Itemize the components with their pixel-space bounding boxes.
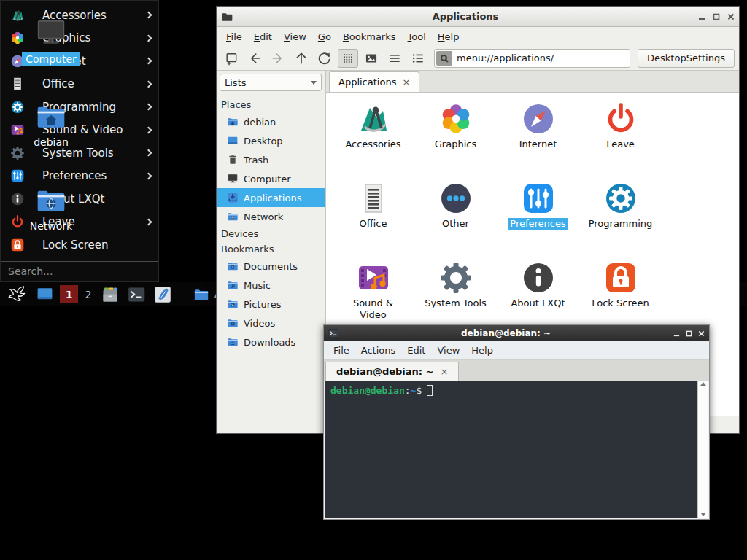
menu-go[interactable]: Go bbox=[313, 29, 336, 44]
quicklaunch-file-manager[interactable] bbox=[98, 282, 122, 306]
home-folder-icon bbox=[34, 101, 68, 133]
path-bar[interactable]: menu://applications/ bbox=[434, 49, 630, 68]
category-programming[interactable]: Programming bbox=[579, 181, 662, 260]
sidebar-item-music[interactable]: Music bbox=[217, 276, 325, 295]
detailed-view-button[interactable] bbox=[408, 49, 428, 68]
desktop-settings-button[interactable]: DesktopSettings bbox=[638, 49, 735, 68]
maximize-button[interactable] bbox=[686, 330, 692, 337]
menu-actions[interactable]: Actions bbox=[356, 343, 401, 358]
fm-titlebar[interactable]: Applications bbox=[217, 7, 739, 27]
scroll-down-icon[interactable] bbox=[700, 513, 706, 516]
prompt-user-host: debian@debian bbox=[330, 385, 405, 396]
network-folder-icon bbox=[34, 184, 68, 217]
quicklaunch-featherpad[interactable] bbox=[151, 282, 174, 306]
programming-icon bbox=[603, 181, 638, 216]
desktop-icon-debian[interactable]: debian bbox=[13, 101, 89, 149]
terminal-menubar: File Actions Edit View Help bbox=[324, 341, 709, 360]
path-input[interactable]: menu://applications/ bbox=[457, 52, 554, 63]
new-tab-button[interactable] bbox=[221, 49, 241, 68]
up-button[interactable] bbox=[291, 49, 311, 68]
featherpad-icon bbox=[154, 286, 171, 303]
documents-folder-icon bbox=[227, 260, 239, 272]
main-menu-button[interactable] bbox=[4, 282, 30, 306]
forward-button[interactable] bbox=[268, 49, 288, 68]
window-icon bbox=[221, 11, 233, 23]
menu-item-office[interactable]: Office bbox=[1, 73, 158, 96]
show-desktop-button[interactable] bbox=[33, 282, 57, 306]
tab-close-icon[interactable]: × bbox=[440, 366, 448, 377]
sidebar-item-pictures[interactable]: Pictures bbox=[217, 295, 325, 314]
scroll-up-icon[interactable] bbox=[700, 382, 706, 386]
compact-view-icon bbox=[387, 51, 402, 66]
file-manager-icon bbox=[101, 286, 119, 303]
desktop-icon-label: debian bbox=[30, 136, 72, 149]
fm-sidebar: Lists Places debian Desktop Trash Comput… bbox=[217, 71, 326, 433]
desktop-icon-label: Network bbox=[26, 219, 76, 233]
category-accessories[interactable]: Accessories bbox=[332, 101, 414, 181]
category-other[interactable]: Other bbox=[414, 181, 497, 260]
back-button[interactable] bbox=[244, 49, 265, 68]
submenu-arrow-icon bbox=[145, 126, 152, 133]
menu-edit[interactable]: Edit bbox=[402, 343, 430, 358]
terminal-icon bbox=[128, 286, 145, 303]
about-lxqt-icon bbox=[521, 260, 556, 295]
maximize-button[interactable] bbox=[713, 13, 720, 20]
category-internet[interactable]: Internet bbox=[497, 101, 579, 181]
category-leave[interactable]: Leave bbox=[579, 101, 662, 181]
sidebar-item-videos[interactable]: Videos bbox=[217, 314, 325, 332]
reload-button[interactable] bbox=[314, 49, 335, 68]
menu-view[interactable]: View bbox=[279, 29, 311, 44]
desktop-icon-network[interactable]: Network bbox=[13, 184, 89, 233]
menu-file[interactable]: File bbox=[221, 29, 247, 44]
sidebar-item-computer[interactable]: Computer bbox=[217, 169, 325, 188]
menu-edit[interactable]: Edit bbox=[249, 29, 277, 44]
sidebar-mode-select[interactable]: Lists bbox=[220, 74, 322, 91]
quicklaunch-terminal[interactable] bbox=[125, 282, 148, 306]
menu-file[interactable]: File bbox=[328, 343, 355, 358]
chevron-down-icon bbox=[311, 81, 317, 85]
sidebar-item-desktop[interactable]: Desktop bbox=[217, 131, 325, 150]
menu-help[interactable]: Help bbox=[433, 29, 465, 44]
terminal-scrollbar[interactable] bbox=[697, 381, 708, 518]
workspace-1-button[interactable]: 1 bbox=[60, 285, 78, 303]
sidebar-item-trash[interactable]: Trash bbox=[217, 150, 325, 169]
thumbnail-view-button[interactable] bbox=[361, 49, 382, 68]
sidebar-item-debian[interactable]: debian bbox=[217, 112, 325, 131]
category-office[interactable]: Office bbox=[332, 181, 414, 260]
category-preferences[interactable]: Preferences bbox=[497, 181, 579, 260]
sidebar-item-network[interactable]: Network bbox=[217, 207, 325, 226]
menu-item-lock-screen[interactable]: Lock Screen bbox=[1, 233, 158, 257]
submenu-arrow-icon bbox=[145, 12, 152, 19]
music-folder-icon bbox=[227, 279, 239, 291]
leave-icon bbox=[603, 101, 638, 136]
tab-applications[interactable]: Applications × bbox=[329, 71, 419, 92]
menu-search-input[interactable]: Search... bbox=[1, 262, 158, 282]
sidebar-item-documents[interactable]: Documents bbox=[217, 257, 325, 276]
icon-view-button[interactable] bbox=[338, 49, 358, 68]
terminal-window: debian@debian: ~ File Actions Edit View … bbox=[323, 324, 710, 520]
submenu-arrow-icon bbox=[145, 149, 152, 157]
menu-view[interactable]: View bbox=[432, 343, 465, 358]
sidebar-item-downloads[interactable]: Downloads bbox=[217, 332, 325, 351]
menu-tool[interactable]: Tool bbox=[403, 29, 431, 44]
terminal-tab-bar: debian@debian: ~ × bbox=[324, 360, 709, 381]
menu-bookmarks[interactable]: Bookmarks bbox=[338, 29, 401, 44]
category-graphics[interactable]: Graphics bbox=[414, 101, 497, 181]
minimize-button[interactable] bbox=[698, 13, 705, 20]
desktop-icon-computer[interactable]: Computer bbox=[13, 16, 89, 66]
tab-close-icon[interactable]: × bbox=[402, 77, 410, 88]
workspace-2-button[interactable]: 2 bbox=[81, 289, 96, 300]
tab-terminal-session[interactable]: debian@debian: ~ × bbox=[325, 362, 459, 381]
preferences-icon bbox=[10, 168, 25, 183]
terminal-screen[interactable]: debian@debian:~$ bbox=[325, 381, 697, 518]
compact-view-button[interactable] bbox=[384, 49, 405, 68]
close-button[interactable] bbox=[698, 330, 705, 337]
back-icon bbox=[247, 51, 262, 66]
menu-help[interactable]: Help bbox=[466, 343, 498, 358]
minimize-button[interactable] bbox=[673, 330, 680, 337]
sidebar-item-applications[interactable]: Applications bbox=[217, 188, 325, 207]
window-title: debian@debian: ~ bbox=[343, 328, 669, 338]
submenu-arrow-icon bbox=[145, 172, 152, 179]
terminal-titlebar[interactable]: debian@debian: ~ bbox=[324, 325, 709, 341]
close-button[interactable] bbox=[727, 13, 735, 20]
